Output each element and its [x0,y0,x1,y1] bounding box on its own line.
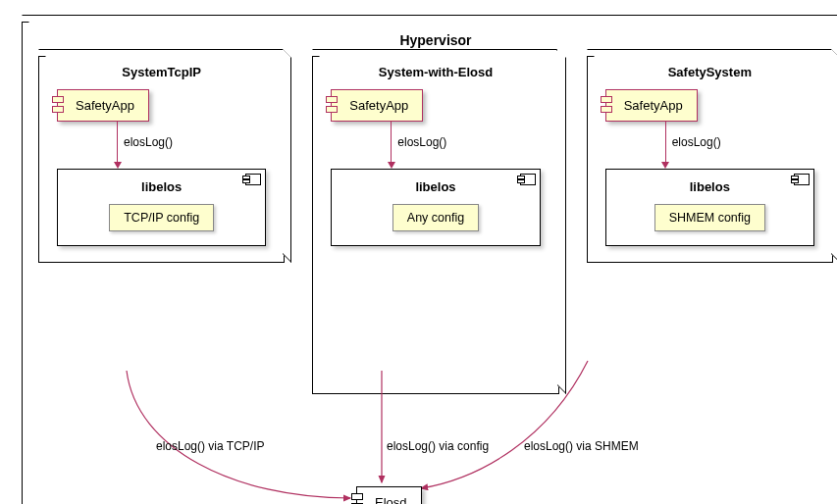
libelos-component: libelos Any config [331,169,540,246]
call-label: elosLog() [672,135,721,149]
arrow-app-to-lib: elosLog() [236,122,546,169]
arrow-app-to-lib: elosLog() [0,122,272,169]
call-label: elosLog() [397,135,446,149]
node-system-with-elosd: System-with-Elosd SafetyApp elosLog() li… [312,56,558,394]
node-title: SystemTcpIP [51,65,272,79]
bottom-connectors: elosLog() via TCP/IP elosLog() via confi… [38,390,833,504]
elosd-component: Elosd [356,486,422,504]
via-label-shmem: elosLog() via SHMEM [524,439,639,453]
config-tag: TCP/IP config [109,204,214,231]
node-title: SafetySystem [600,65,820,79]
component-icon [245,174,261,185]
call-label: elosLog() [124,135,173,149]
component-icon [520,174,536,185]
hypervisor-node: Hypervisor SystemTcpIP SafetyApp elosLog… [22,22,837,504]
arrow-app-to-lib: elosLog() [511,122,820,169]
safety-app-label: SafetyApp [624,98,683,113]
libelos-title: libelos [68,179,255,194]
elosd-label: Elosd [375,495,407,504]
node-safety-system: SafetySystem SafetyApp elosLog() libelos… [587,56,833,263]
via-label-config: elosLog() via config [387,439,489,453]
component-icon [794,174,810,185]
safety-app-component: SafetyApp [57,89,149,122]
libelos-title: libelos [341,179,529,194]
libelos-title: libelos [616,179,804,194]
safety-app-component: SafetyApp [605,89,698,122]
libelos-component: libelos SHMEM config [605,169,814,246]
safety-app-label: SafetyApp [76,98,134,113]
libelos-component: libelos TCP/IP config [57,169,266,246]
via-label-tcpip: elosLog() via TCP/IP [156,439,265,453]
safety-app-label: SafetyApp [349,98,408,113]
node-title: System-with-Elosd [325,65,546,79]
config-tag: SHMEM config [654,204,765,231]
columns-row: SystemTcpIP SafetyApp elosLog() libelos … [38,56,833,394]
safety-app-component: SafetyApp [331,89,423,122]
hypervisor-title: Hypervisor [38,32,833,48]
config-tag: Any config [392,204,479,231]
